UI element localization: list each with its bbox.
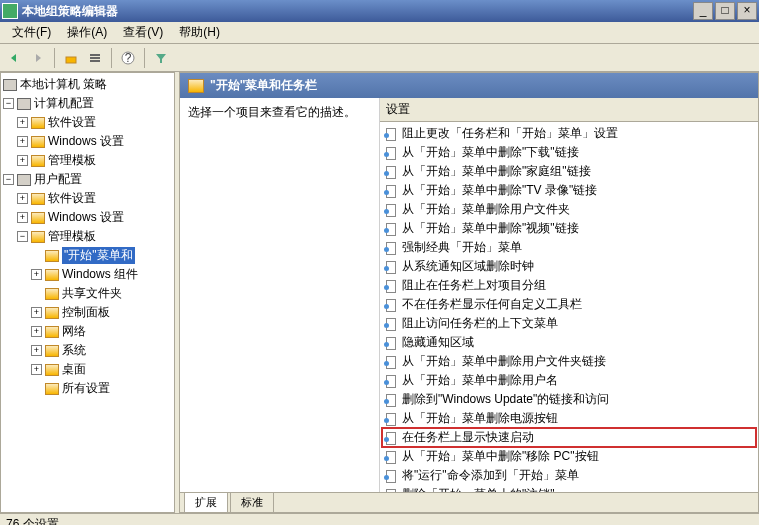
setting-row[interactable]: 从「开始」菜单中删除"TV 录像"链接 [382,181,756,200]
setting-row[interactable]: 从「开始」菜单中删除"视频"链接 [382,219,756,238]
tree-admin-templates[interactable]: +管理模板 [3,151,172,170]
help-button[interactable]: ? [118,48,138,68]
expand-icon[interactable]: + [17,155,28,166]
menu-view[interactable]: 查看(V) [115,22,171,43]
policy-item-icon [384,127,398,141]
setting-row[interactable]: 不在任务栏显示任何自定义工具栏 [382,295,756,314]
policy-item-icon [384,317,398,331]
expand-icon[interactable]: + [17,136,28,147]
setting-row[interactable]: 从「开始」菜单删除用户文件夹 [382,200,756,219]
collapse-icon[interactable]: − [3,174,14,185]
expand-icon[interactable]: + [31,307,42,318]
setting-row[interactable]: 删除到"Windows Update"的链接和访问 [382,390,756,409]
expand-icon[interactable]: + [31,269,42,280]
tree-root[interactable]: 本地计算机 策略 [3,75,172,94]
setting-label: 从「开始」菜单中删除"TV 录像"链接 [402,182,597,199]
policy-item-icon [384,165,398,179]
menu-help[interactable]: 帮助(H) [171,22,228,43]
expand-icon[interactable]: + [17,117,28,128]
policy-item-icon [384,450,398,464]
setting-row[interactable]: 隐藏通知区域 [382,333,756,352]
list-column: 设置 阻止更改「任务栏和「开始」菜单」设置从「开始」菜单中删除"下载"链接从「开… [380,98,758,492]
policy-item-icon [384,431,398,445]
maximize-button[interactable]: □ [715,2,735,20]
setting-row[interactable]: 从「开始」菜单中删除"家庭组"链接 [382,162,756,181]
setting-row[interactable]: 从「开始」菜单中删除用户名 [382,371,756,390]
description-text: 选择一个项目来查看它的描述。 [188,105,356,119]
menu-file[interactable]: 文件(F) [4,22,59,43]
tree-software[interactable]: +软件设置 [3,189,172,208]
tree-windows-settings[interactable]: +Windows 设置 [3,132,172,151]
tree-pane[interactable]: 本地计算机 策略 −计算机配置 +软件设置 +Windows 设置 +管理模板 … [0,72,175,513]
folder-icon [188,79,204,93]
svg-text:?: ? [125,51,132,65]
setting-row[interactable]: 在任务栏上显示快速启动 [382,428,756,447]
expand-icon[interactable]: + [31,364,42,375]
folder-icon [45,364,59,376]
setting-label: 从系统通知区域删除时钟 [402,258,534,275]
folder-icon [45,307,59,319]
tree-windows-components[interactable]: +Windows 组件 [3,265,172,284]
setting-label: 从「开始」菜单中删除用户文件夹链接 [402,353,606,370]
expand-icon[interactable]: + [31,345,42,356]
tree-all-settings[interactable]: 所有设置 [3,379,172,398]
filter-button[interactable] [151,48,171,68]
settings-list[interactable]: 阻止更改「任务栏和「开始」菜单」设置从「开始」菜单中删除"下载"链接从「开始」菜… [380,122,758,492]
setting-row[interactable]: 强制经典「开始」菜单 [382,238,756,257]
setting-row[interactable]: 将"运行"命令添加到「开始」菜单 [382,466,756,485]
expand-icon[interactable]: + [17,193,28,204]
tree-user-config[interactable]: −用户配置 [3,170,172,189]
tree-computer-config[interactable]: −计算机配置 [3,94,172,113]
policy-item-icon [384,355,398,369]
tab-extended[interactable]: 扩展 [184,492,228,512]
config-icon [17,174,31,186]
collapse-icon[interactable]: − [3,98,14,109]
setting-label: 阻止在任务栏上对项目分组 [402,277,546,294]
tree-desktop[interactable]: +桌面 [3,360,172,379]
expand-icon[interactable]: + [17,212,28,223]
bottom-tabs: 扩展 标准 [180,492,758,512]
setting-row[interactable]: 从「开始」菜单中删除用户文件夹链接 [382,352,756,371]
setting-row[interactable]: 从「开始」菜单中删除"下载"链接 [382,143,756,162]
tab-standard[interactable]: 标准 [230,492,274,512]
list-button[interactable] [85,48,105,68]
setting-label: 从「开始」菜单中删除用户名 [402,372,558,389]
setting-label: 在任务栏上显示快速启动 [402,429,534,446]
menu-action[interactable]: 操作(A) [59,22,115,43]
forward-button[interactable] [28,48,48,68]
collapse-icon[interactable]: − [17,231,28,242]
tree-windows-settings[interactable]: +Windows 设置 [3,208,172,227]
folder-icon [31,117,45,129]
close-button[interactable]: × [737,2,757,20]
tree-admin-templates[interactable]: −管理模板 [3,227,172,246]
expand-icon[interactable]: + [31,326,42,337]
policy-item-icon [384,222,398,236]
setting-row[interactable]: 阻止访问任务栏的上下文菜单 [382,314,756,333]
tree-system[interactable]: +系统 [3,341,172,360]
toolbar-separator [144,48,145,68]
back-button[interactable] [4,48,24,68]
setting-label: 从「开始」菜单删除电源按钮 [402,410,558,427]
folder-icon [31,212,45,224]
column-header[interactable]: 设置 [380,98,758,122]
setting-row[interactable]: 从系统通知区域删除时钟 [382,257,756,276]
title-bar: 本地组策略编辑器 _ □ × [0,0,759,22]
setting-row[interactable]: 从「开始」菜单删除电源按钮 [382,409,756,428]
setting-row[interactable]: 阻止在任务栏上对项目分组 [382,276,756,295]
tree-start-taskbar[interactable]: "开始"菜单和 [3,246,172,265]
tree-shared-folders[interactable]: 共享文件夹 [3,284,172,303]
tree-software[interactable]: +软件设置 [3,113,172,132]
setting-row[interactable]: 从「开始」菜单中删除"移除 PC"按钮 [382,447,756,466]
setting-row[interactable]: 删除「开始」菜单上的"注销" [382,485,756,492]
folder-icon [31,193,45,205]
app-icon [2,3,18,19]
right-body: 选择一个项目来查看它的描述。 设置 阻止更改「任务栏和「开始」菜单」设置从「开始… [180,98,758,492]
tree-network[interactable]: +网络 [3,322,172,341]
setting-row[interactable]: 阻止更改「任务栏和「开始」菜单」设置 [382,124,756,143]
tree-control-panel[interactable]: +控制面板 [3,303,172,322]
policy-item-icon [384,412,398,426]
setting-label: 阻止更改「任务栏和「开始」菜单」设置 [402,125,618,142]
minimize-button[interactable]: _ [693,2,713,20]
up-button[interactable] [61,48,81,68]
policy-item-icon [384,260,398,274]
